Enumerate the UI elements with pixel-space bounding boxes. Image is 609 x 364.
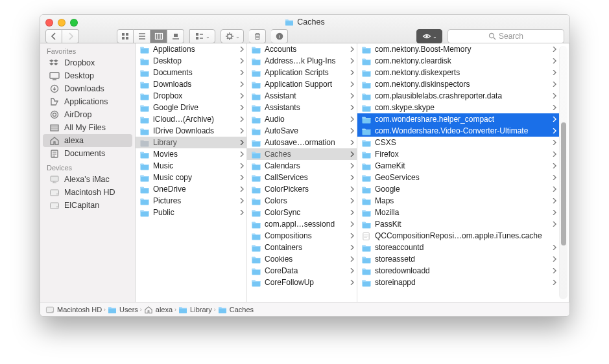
sidebar-item-elcapitan[interactable]: ElCapitan — [40, 199, 135, 212]
item-label: com.plausiblelabs.crashreporter.data — [375, 91, 549, 100]
column-item[interactable]: Maps — [357, 195, 559, 207]
column-item[interactable]: Application Support — [247, 78, 357, 90]
column-item[interactable]: com.wondershare.helper_compact — [357, 113, 559, 125]
column-item[interactable]: Compositions — [247, 230, 357, 242]
column-item[interactable]: Pictures — [136, 195, 246, 207]
column-item[interactable]: GeoServices — [357, 172, 559, 183]
column-item[interactable]: Assistant — [247, 90, 357, 102]
column-item[interactable]: Library — [136, 137, 246, 148]
column-item[interactable]: CoreData — [247, 265, 357, 277]
view-column-button[interactable] — [150, 29, 167, 43]
column-item[interactable]: CallServices — [247, 172, 357, 183]
column-item[interactable]: IDrive Downloads — [136, 125, 246, 137]
view-coverflow-button[interactable] — [167, 29, 184, 43]
column-item[interactable]: Accounts — [247, 43, 357, 55]
column-item[interactable]: com.nektony.cleardisk — [357, 55, 559, 67]
column-item[interactable]: storeinappd — [357, 277, 559, 288]
column-item[interactable]: Music — [136, 160, 246, 172]
sidebar-item-dropbox[interactable]: Dropbox — [40, 56, 135, 69]
column-item[interactable]: Calendars — [247, 160, 357, 172]
column-item[interactable]: Dropbox — [136, 90, 246, 102]
column-item[interactable]: CoreFollowUp — [247, 277, 357, 288]
column-item[interactable]: PassKit — [357, 218, 559, 230]
column-item[interactable]: com.Wondershare.Video-Converter-Ultimate — [357, 125, 559, 137]
info-button[interactable]: i — [271, 29, 288, 43]
chevron-right-icon — [240, 163, 244, 168]
column-item[interactable]: ColorSync — [247, 207, 357, 218]
column-item[interactable]: storedownloadd — [357, 265, 559, 277]
folder-icon — [361, 279, 372, 287]
svg-point-24 — [56, 194, 58, 195]
column-item[interactable]: AutoSave — [247, 125, 357, 137]
sidebar-item-macintosh-hd[interactable]: Macintosh HD — [40, 186, 135, 199]
item-label: GeoServices — [375, 173, 549, 182]
eye-icon — [422, 32, 431, 41]
column-item[interactable]: Assistants — [247, 102, 357, 113]
column-item[interactable]: Firefox — [357, 148, 559, 160]
column-item[interactable]: Address…k Plug-Ins — [247, 55, 357, 67]
search-input[interactable]: Search — [448, 29, 564, 43]
column-item[interactable]: com.appl…sessiond — [247, 218, 357, 230]
column-item[interactable]: GameKit — [357, 160, 559, 172]
trash-button[interactable] — [249, 29, 266, 43]
chevron-right-icon — [553, 198, 556, 203]
sidebar-item-airdrop[interactable]: AirDrop — [40, 108, 135, 121]
column-item[interactable]: Documents — [136, 67, 246, 78]
column-item[interactable]: Public — [136, 207, 246, 218]
sidebar-item-documents[interactable]: Documents — [40, 147, 135, 160]
sidebar-item-desktop[interactable]: Desktop — [40, 69, 135, 82]
column-item[interactable]: Google — [357, 183, 559, 195]
column-item[interactable]: storeassetd — [357, 253, 559, 265]
quicklook-button[interactable]: ⌄ — [416, 29, 442, 43]
view-icon-button[interactable] — [117, 29, 134, 43]
column-item[interactable]: com.nektony.diskinspectors — [357, 78, 559, 90]
column-item[interactable]: Applications — [136, 43, 246, 55]
sidebar-item-alexa[interactable]: alexa — [43, 134, 132, 147]
sidebar-item-alexa-s-imac[interactable]: Alexa's iMac — [40, 173, 135, 186]
sidebar-item-downloads[interactable]: Downloads — [40, 82, 135, 95]
column-item[interactable]: Music copy — [136, 172, 246, 183]
column-item[interactable]: Desktop — [136, 55, 246, 67]
path-segment[interactable]: Users — [108, 306, 138, 313]
folder-icon — [139, 104, 150, 112]
folder-icon — [139, 115, 150, 124]
view-list-button[interactable] — [134, 29, 150, 43]
column-item[interactable]: Colors — [247, 195, 357, 207]
scrollbar-thumb[interactable] — [561, 122, 566, 245]
back-button[interactable] — [45, 29, 62, 43]
column-item[interactable]: Mozilla — [357, 207, 559, 218]
path-segment[interactable]: Macintosh HD — [45, 306, 102, 313]
column-item[interactable]: Containers — [247, 242, 357, 253]
column-item[interactable]: com.nektony.diskexperts — [357, 67, 559, 78]
path-segment[interactable]: Library — [178, 306, 212, 313]
column-item[interactable]: com.plausiblelabs.crashreporter.data — [357, 90, 559, 102]
sidebar-item-applications[interactable]: Applications — [40, 95, 135, 108]
path-segment[interactable]: Caches — [218, 306, 254, 313]
column-item[interactable]: com.nektony.Boost-Memory — [357, 43, 559, 55]
pathbar: Macintosh HD›Users›alexa›Library›Caches — [40, 302, 569, 316]
chevron-right-icon — [553, 58, 556, 63]
column-item[interactable]: Cookies — [247, 253, 357, 265]
column-item[interactable]: Movies — [136, 148, 246, 160]
column-item[interactable]: storeaccountd — [357, 242, 559, 253]
column-item[interactable]: Caches — [247, 148, 357, 160]
column-item[interactable]: com.skype.skype — [357, 102, 559, 113]
column-item[interactable]: QCCompositionReposi…om.apple.iTunes.cach… — [357, 230, 559, 242]
path-segment[interactable]: alexa — [144, 306, 173, 313]
column-item[interactable]: OneDrive — [136, 183, 246, 195]
forward-button[interactable] — [62, 29, 79, 43]
column-item[interactable]: Downloads — [136, 78, 246, 90]
column-item[interactable]: Audio — [247, 113, 357, 125]
column-item[interactable]: Autosave…ormation — [247, 137, 357, 148]
scrollbar[interactable] — [559, 46, 567, 299]
action-button[interactable]: ⌄ — [221, 29, 244, 43]
sidebar-item-all-my-files[interactable]: All My Files — [40, 121, 135, 134]
folder-icon — [361, 185, 372, 194]
column-item[interactable]: Application Scripts — [247, 67, 357, 78]
file-icon — [361, 232, 372, 240]
arrange-button[interactable]: ⌄ — [189, 29, 215, 43]
column-item[interactable]: ColorPickers — [247, 183, 357, 195]
column-item[interactable]: Google Drive — [136, 102, 246, 113]
column-item[interactable]: iCloud…(Archive) — [136, 113, 246, 125]
column-item[interactable]: CSXS — [357, 137, 559, 148]
